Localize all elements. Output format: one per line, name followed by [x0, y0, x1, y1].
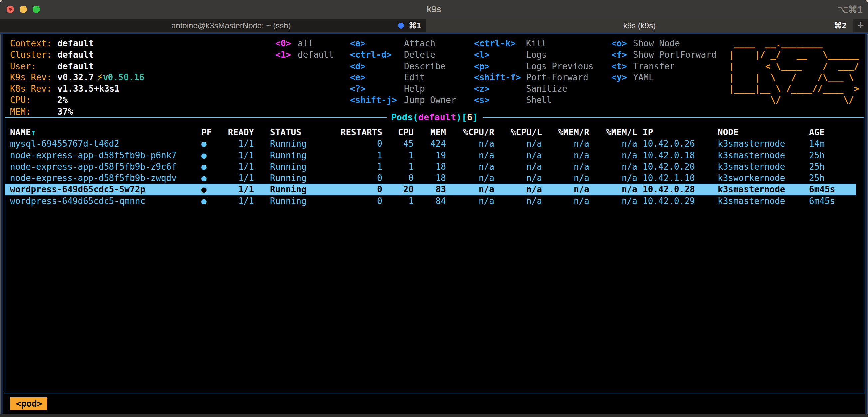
hotkey-description: Show Node: [633, 38, 680, 48]
view-title-part: default: [418, 112, 456, 123]
hotkey-description: default: [298, 49, 334, 60]
hotkey: <f>Show PortForward: [611, 49, 716, 60]
window-edge-right: [865, 34, 868, 414]
pods-view-title: Pods(default)[6]: [386, 111, 482, 124]
view-title-part: ): [456, 112, 462, 123]
cell-ip: 10.42.0.26: [643, 138, 718, 149]
hotkey-description: Kill: [526, 38, 547, 48]
hotkeys-actions-1: <a>Attach<ctrl-d>Delete<d>Describe<e>Edi…: [350, 38, 456, 106]
view-title-part: ]: [472, 112, 477, 123]
hotkey-key: <p>: [474, 61, 526, 72]
hotkey: <?>Help: [350, 83, 456, 95]
cell-status: Running: [270, 172, 330, 183]
sort-arrow-icon: ↑: [31, 127, 36, 137]
info-label: MEM:: [10, 106, 57, 117]
hotkey-key: <0>: [275, 38, 298, 49]
cell-cpu_r: n/a: [446, 138, 494, 149]
table-row[interactable]: wordpress-649d65cdc5-5w72p●1/1Running020…: [5, 183, 864, 195]
tab-k9s[interactable]: k9s (k9s) ⌘2: [426, 19, 853, 32]
cell-name: node-express-app-d58f5fb9b-zwqdv: [10, 172, 191, 183]
cell-mem_r: n/a: [542, 138, 589, 149]
hotkey-description: Sanitize: [526, 84, 567, 94]
cell-ready: 1/1: [218, 195, 254, 207]
hotkey: <ctrl-d>Delete: [350, 49, 456, 60]
cell-cpu_r: n/a: [446, 150, 494, 161]
cell-ready: 1/1: [218, 183, 254, 195]
hotkey-description: Jump Owner: [404, 95, 456, 105]
hotkey-description: Show PortForward: [633, 49, 716, 60]
cell-restarts: 0: [330, 195, 382, 207]
info-value: default: [57, 49, 94, 60]
cell-mem: 19: [414, 150, 446, 161]
cell-pf: ●: [202, 183, 218, 195]
hotkey-description: YAML: [633, 72, 654, 82]
cell-mem: 18: [414, 161, 446, 172]
tab-ssh-session[interactable]: antoine@k3sMasterNode: ~ (ssh) ⌘1: [0, 19, 426, 32]
pods-table: NAME↑PFREADYSTATUSRESTARTSCPUMEM%CPU/R%C…: [5, 127, 864, 207]
hotkey-key: <d>: [350, 61, 404, 72]
cell-cpu: 1: [382, 161, 414, 172]
cell-node: k3smasternode: [718, 161, 809, 172]
hotkey-description: Logs: [526, 49, 547, 60]
cell-restarts: 0: [330, 172, 382, 183]
cell-mem_l: n/a: [589, 138, 638, 149]
column-header-cpu: CPU: [382, 127, 414, 138]
table-row[interactable]: node-express-app-d58f5fb9b-zwqdv●1/1Runn…: [5, 172, 864, 183]
hotkey: <1>default: [275, 49, 334, 60]
column-header-mem_l: %MEM/L: [589, 127, 638, 138]
cell-ip: 10.42.0.18: [643, 150, 718, 161]
activity-indicator-icon: [398, 23, 404, 29]
cell-cpu_l: n/a: [494, 183, 542, 195]
column-header-status: STATUS: [270, 127, 330, 138]
cell-mem_r: n/a: [542, 183, 589, 195]
hotkey-description: Help: [404, 84, 425, 94]
column-header-age: AGE: [809, 127, 859, 138]
info-label: K9s Rev:: [10, 72, 57, 83]
hotkey: <o>Show Node: [611, 38, 716, 49]
hotkey-key: <e>: [350, 72, 404, 83]
cell-ready: 1/1: [218, 161, 254, 172]
cell-ip: 10.42.0.20: [643, 161, 718, 172]
cell-mem: 18: [414, 172, 446, 183]
cell-pf: ●: [202, 172, 218, 183]
hotkey-key: <y>: [611, 72, 633, 83]
cell-mem_l: n/a: [589, 150, 638, 161]
new-tab-button[interactable]: +: [853, 19, 868, 32]
column-header-mem: MEM: [414, 127, 446, 138]
table-row[interactable]: mysql-69455767d-t46d2●1/1Running045424n/…: [5, 138, 864, 149]
tab-label: antoine@k3sMasterNode: ~ (ssh): [172, 19, 291, 32]
upgrade-version: v0.50.16: [103, 72, 145, 82]
hotkey: <z>Sanitize: [474, 83, 594, 95]
table-row[interactable]: node-express-app-d58f5fb9b-z9c6f●1/1Runn…: [5, 161, 864, 172]
info-label: K8s Rev:: [10, 83, 57, 95]
cell-cpu: 45: [382, 138, 414, 149]
table-row[interactable]: node-express-app-d58f5fb9b-p6nk7●1/1Runn…: [5, 150, 864, 161]
upgrade-bolt-icon: ⚡: [94, 72, 103, 82]
pods-table-frame: Pods(default)[6] NAME↑PFREADYSTATUSRESTA…: [5, 117, 864, 393]
cell-restarts: 1: [330, 161, 382, 172]
info-value: default: [57, 38, 94, 48]
cell-ip: 10.42.0.28: [643, 183, 718, 195]
cell-age: 14m: [809, 138, 859, 149]
cell-cpu_r: n/a: [446, 183, 494, 195]
cell-mem_r: n/a: [542, 150, 589, 161]
hotkeys-actions-2: <ctrl-k>Kill<l>Logs<p>Logs Previous<shif…: [474, 38, 594, 106]
hotkey: <s>Shell: [474, 95, 594, 106]
cell-name: mysql-69455767d-t46d2: [10, 138, 191, 149]
view-title-part: [: [462, 112, 467, 123]
cell-mem_r: n/a: [542, 172, 589, 183]
hotkey-key: <o>: [611, 38, 633, 49]
info-line: MEM:37%: [10, 106, 145, 117]
info-value: v1.33.5+k3s1: [57, 84, 120, 94]
cell-cpu_l: n/a: [494, 195, 542, 207]
breadcrumb-pod: <pod>: [10, 397, 47, 410]
info-label: CPU:: [10, 95, 57, 106]
cell-age: 25h: [809, 161, 859, 172]
column-header-node: NODE: [718, 127, 809, 138]
table-row[interactable]: wordpress-649d65cdc5-qmnnc●1/1Running018…: [5, 195, 864, 207]
terminal-content: Context:defaultCluster:defaultUser:defau…: [0, 34, 868, 417]
info-line: Context:default: [10, 38, 145, 49]
info-label: Context:: [10, 38, 57, 49]
cell-age: 25h: [809, 172, 859, 183]
cell-cpu_l: n/a: [494, 138, 542, 149]
